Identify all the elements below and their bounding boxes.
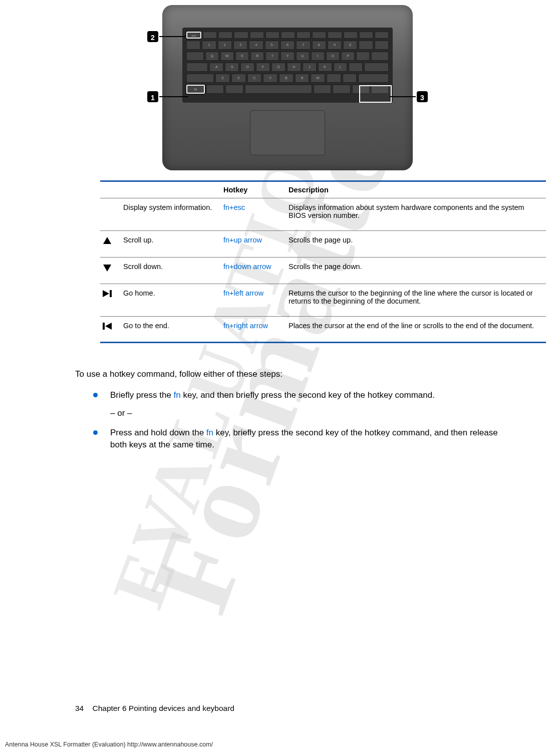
hotkey-name: Display system information. xyxy=(123,198,223,231)
hotkey-name: Go home. xyxy=(123,284,223,317)
chapter-title: Chapter 6 Pointing devices and keyboard xyxy=(92,704,234,712)
hotkey-combo: fn+esc xyxy=(223,198,289,231)
table-row: Display system information. fn+esc Displ… xyxy=(100,198,546,231)
or-separator: – or – xyxy=(110,407,500,419)
callout-3: 3 xyxy=(416,90,429,103)
hotkey-name: Scroll down. xyxy=(123,258,223,284)
svg-rect-4 xyxy=(103,323,105,330)
end-icon xyxy=(100,322,114,331)
hotkey-desc: Scrolls the page down. xyxy=(289,258,546,284)
hotkey-desc: Displays information about system hardwa… xyxy=(289,198,546,231)
svg-rect-3 xyxy=(110,290,112,297)
hotkey-desc: Returns the cursor to the beginning of t… xyxy=(289,284,546,317)
hotkey-combo: fn+right arrow xyxy=(223,317,289,343)
callout-1: 1 xyxy=(146,90,159,103)
arrow-up-icon xyxy=(100,236,114,246)
formatter-note: Antenna House XSL Formatter (Evaluation)… xyxy=(5,741,213,748)
hotkey-combo: fn+left arrow xyxy=(223,284,289,317)
svg-marker-0 xyxy=(103,237,111,244)
hotkey-desc: Scrolls the page up. xyxy=(289,231,546,258)
table-row: Scroll down. fn+down arrow Scrolls the p… xyxy=(100,258,546,284)
list-item: Press and hold down the fn key, briefly … xyxy=(93,427,500,451)
home-icon xyxy=(100,289,114,298)
col-header-hotkey: Hotkey xyxy=(223,181,289,198)
fn-key-label: fn xyxy=(174,390,181,400)
page-number: 34 xyxy=(75,704,84,712)
table-row: Scroll up. fn+up arrow Scrolls the page … xyxy=(100,231,546,258)
step1-text-a: Briefly press the xyxy=(110,390,174,400)
step2-text-a: Press and hold down the xyxy=(110,428,206,437)
instructions-intro: To use a hotkey command, follow either o… xyxy=(75,368,500,380)
hotkey-name: Go to the end. xyxy=(123,317,223,343)
table-row: Go to the end. fn+right arrow Places the… xyxy=(100,317,546,343)
col-header-description: Description xyxy=(289,181,546,198)
svg-marker-5 xyxy=(105,323,112,330)
svg-marker-2 xyxy=(103,290,109,297)
table-row: Go home. fn+left arrow Returns the curso… xyxy=(100,284,546,317)
hotkey-combo: fn+down arrow xyxy=(223,258,289,284)
callout-2: 2 xyxy=(146,30,159,43)
page-footer: 34 Chapter 6 Pointing devices and keyboa… xyxy=(75,704,234,713)
fn-key-label: fn xyxy=(206,428,213,437)
svg-marker-1 xyxy=(103,265,111,272)
step1-text-b: key, and then briefly press the second k… xyxy=(181,390,435,400)
arrow-down-icon xyxy=(100,263,114,273)
hotkey-combo: fn+up arrow xyxy=(223,231,289,258)
list-item: Briefly press the fn key, and then brief… xyxy=(93,389,500,419)
hotkey-desc: Places the cursor at the end of the line… xyxy=(289,317,546,343)
hotkey-name: Scroll up. xyxy=(123,231,223,258)
hotkey-table: Hotkey Description Display system inform… xyxy=(100,180,546,343)
keyboard-diagram: esc 1234567890 QWERTYUIOP ASDFGHJKL ZXCV… xyxy=(162,5,413,170)
